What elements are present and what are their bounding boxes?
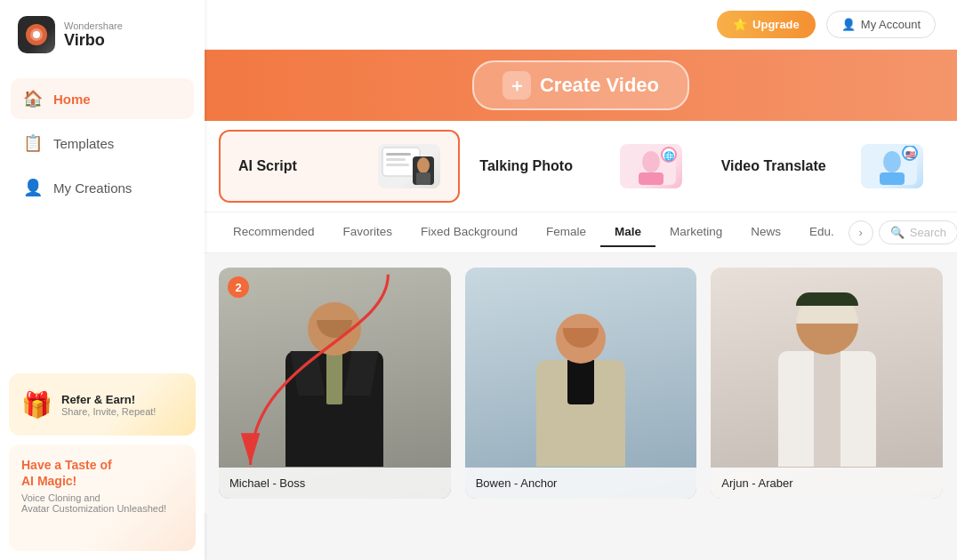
promo-refer-text: Refer & Earn! Share, Invite, Repeat!	[61, 393, 156, 417]
feature-card-video-translate[interactable]: Video Translate 🇺🇸	[702, 130, 943, 203]
promo-refer-card[interactable]: 🎁 Refer & Earn! Share, Invite, Repeat!	[9, 373, 196, 436]
sidebar-item-my-creations-label: My Creations	[53, 180, 132, 196]
logo-text: Wondershare Virbo	[64, 20, 123, 50]
avatar-label-bowen-anchor: Bowen - Anchor	[465, 468, 697, 499]
svg-point-8	[417, 157, 430, 173]
feature-cards: AI Script Talking Photo	[205, 121, 957, 212]
filter-tab-male[interactable]: Male	[600, 218, 655, 247]
video-translate-thumbnail: 🇺🇸	[861, 144, 923, 188]
filter-tab-fixed-background[interactable]: Fixed Background	[406, 218, 532, 247]
filter-tab-female[interactable]: Female	[532, 218, 600, 247]
filter-tab-education[interactable]: Edu.	[795, 218, 848, 247]
grid-wrapper: 2	[205, 253, 957, 560]
main-content: ⭐ Upgrade 👤 My Account ＋ Create Video AI…	[205, 0, 957, 560]
svg-text:🇺🇸: 🇺🇸	[905, 149, 915, 160]
avatar-figure-2	[536, 314, 625, 467]
logo-area: Wondershare Virbo	[0, 0, 205, 69]
content-area: ＋ Create Video AI Script	[205, 50, 957, 560]
upgrade-star-icon: ⭐	[733, 18, 747, 31]
avatar-label-arjun-araber: Arjun - Araber	[711, 468, 943, 499]
filter-right: › 🔍 Search	[848, 220, 957, 245]
svg-point-16	[883, 151, 901, 172]
svg-text:🌐: 🌐	[663, 150, 675, 162]
sidebar-promo-area: 🎁 Refer & Earn! Share, Invite, Repeat! H…	[9, 373, 196, 551]
feature-card-talking-photo-label: Talking Photo	[479, 158, 573, 174]
filter-chevron-right[interactable]: ›	[848, 220, 873, 245]
promo-ai-subtitle: Voice Cloning and Avatar Customization U…	[21, 492, 183, 514]
sidebar-item-home[interactable]: 🏠 Home	[11, 78, 194, 119]
promo-refer-icon: 🎁	[21, 390, 52, 420]
filter-tab-marketing[interactable]: Marketing	[655, 218, 736, 247]
avatar-card-bowen-anchor[interactable]: Bowen - Anchor	[465, 268, 697, 499]
talking-photo-thumbnail: 🌐	[620, 144, 682, 188]
hero-banner[interactable]: ＋ Create Video	[205, 50, 957, 121]
avatar-label-michael-boss: Michael - Boss	[219, 468, 451, 499]
avatar-figure-1	[285, 302, 383, 467]
avatar-card-michael-boss[interactable]: 2	[219, 268, 451, 499]
sidebar-item-templates[interactable]: 📋 Templates	[11, 123, 194, 164]
create-video-button[interactable]: ＋ Create Video	[472, 60, 689, 110]
promo-ai-title: Have a Taste of AI Magic!	[21, 457, 183, 489]
create-video-label: Create Video	[540, 74, 659, 97]
sidebar-nav: 🏠 Home 📋 Templates 👤 My Creations	[0, 69, 205, 217]
account-icon: 👤	[841, 18, 856, 31]
svg-point-2	[33, 31, 40, 38]
avatar-grid: 2	[205, 253, 957, 513]
upgrade-label: Upgrade	[752, 18, 800, 31]
avatar-card-arjun-araber[interactable]: Arjun - Araber	[711, 268, 943, 499]
logo-name: Virbo	[64, 31, 123, 50]
avatar-badge: 2	[228, 276, 249, 298]
account-button[interactable]: 👤 My Account	[826, 11, 936, 38]
feature-card-talking-photo[interactable]: Talking Photo 🌐	[460, 130, 701, 203]
sidebar-item-templates-label: Templates	[53, 136, 114, 151]
svg-rect-6	[386, 164, 409, 166]
search-icon: 🔍	[890, 226, 905, 239]
create-video-plus-icon: ＋	[503, 71, 531, 100]
avatar-figure-3	[778, 292, 876, 467]
svg-rect-9	[416, 172, 430, 185]
feature-card-ai-script[interactable]: AI Script	[219, 130, 460, 203]
feature-card-ai-script-label: AI Script	[238, 158, 297, 174]
filter-tab-favorites[interactable]: Favorites	[329, 218, 407, 247]
filter-tab-recommended[interactable]: Recommended	[219, 218, 329, 247]
promo-ai-card[interactable]: Have a Taste of AI Magic! Voice Cloning …	[9, 444, 196, 551]
logo-brand: Wondershare	[64, 20, 123, 31]
templates-icon: 📋	[23, 133, 43, 153]
account-label: My Account	[861, 18, 921, 31]
upgrade-button[interactable]: ⭐ Upgrade	[717, 11, 816, 38]
search-box[interactable]: 🔍 Search	[879, 220, 957, 244]
filter-tab-news[interactable]: News	[736, 218, 795, 247]
search-placeholder: Search	[910, 226, 946, 239]
svg-rect-17	[880, 172, 905, 185]
ai-script-thumbnail	[378, 144, 440, 188]
topbar: ⭐ Upgrade 👤 My Account	[205, 0, 957, 50]
promo-refer-subtitle: Share, Invite, Repeat!	[61, 406, 156, 417]
app-logo-icon	[18, 16, 55, 53]
sidebar-item-home-label: Home	[53, 92, 91, 107]
svg-rect-4	[386, 153, 411, 156]
my-creations-icon: 👤	[23, 178, 43, 197]
svg-point-11	[642, 151, 660, 172]
home-icon: 🏠	[23, 89, 43, 108]
svg-rect-5	[386, 158, 406, 161]
feature-card-video-translate-label: Video Translate	[721, 158, 826, 174]
sidebar-item-my-creations[interactable]: 👤 My Creations	[11, 167, 194, 208]
promo-refer-title: Refer & Earn!	[61, 393, 156, 406]
filter-tabs: Recommended Favorites Fixed Background F…	[205, 212, 957, 253]
svg-rect-12	[639, 172, 663, 185]
sidebar: Wondershare Virbo 🏠 Home 📋 Templates 👤 M…	[0, 0, 205, 560]
